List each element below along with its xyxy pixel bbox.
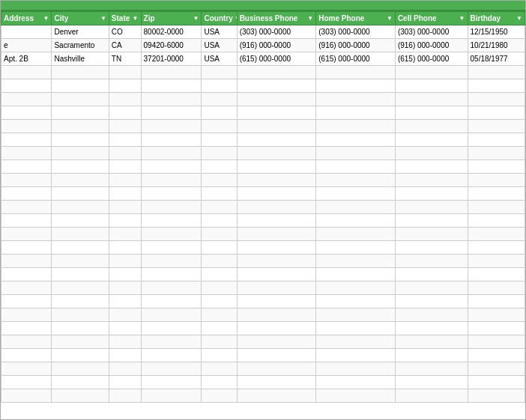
cell-address-17[interactable] [1,255,52,268]
cell-address-7[interactable] [1,120,52,133]
cell-address-26[interactable] [1,376,52,389]
cell-city-7[interactable] [52,120,109,133]
cell-country-26[interactable] [202,376,237,389]
col-header-address[interactable]: Address▼ [1,12,52,25]
cell-birthday-6[interactable] [468,106,525,120]
cell-hphone-13[interactable] [316,201,396,214]
cell-city-15[interactable] [52,228,109,241]
cell-zip-25[interactable] [141,362,202,376]
cell-bphone-19[interactable] [237,281,316,295]
cell-zip-19[interactable] [141,281,202,295]
cell-hphone-0[interactable]: (303) 000-0000 [316,25,396,39]
cell-state-18[interactable] [109,268,141,281]
cell-country-27[interactable] [202,389,237,403]
cell-country-15[interactable] [202,228,237,241]
cell-city-20[interactable] [52,295,109,308]
cell-hphone-23[interactable] [316,335,396,349]
cell-city-16[interactable] [52,241,109,255]
cell-zip-10[interactable] [141,160,202,174]
cell-address-11[interactable] [1,174,52,187]
cell-cphone-6[interactable] [395,106,468,120]
cell-address-15[interactable] [1,228,52,241]
cell-state-4[interactable] [109,79,141,93]
cell-cphone-21[interactable] [395,308,468,322]
cell-state-22[interactable] [109,322,141,335]
cell-hphone-12[interactable] [316,187,396,201]
cell-hphone-9[interactable] [316,147,396,160]
cell-state-1[interactable]: CA [109,39,141,52]
cell-cphone-16[interactable] [395,241,468,255]
col-header-hphone[interactable]: Home Phone▼ [316,12,396,25]
cell-birthday-13[interactable] [468,201,525,214]
cell-birthday-7[interactable] [468,120,525,133]
cell-bphone-17[interactable] [237,255,316,268]
cell-bphone-26[interactable] [237,376,316,389]
col-header-cphone[interactable]: Cell Phone▼ [395,12,468,25]
cell-cphone-20[interactable] [395,295,468,308]
cell-hphone-25[interactable] [316,362,396,376]
cell-birthday-23[interactable] [468,335,525,349]
cell-hphone-3[interactable] [316,66,396,79]
cell-cphone-22[interactable] [395,322,468,335]
cell-state-15[interactable] [109,228,141,241]
cell-birthday-20[interactable] [468,295,525,308]
col-header-city[interactable]: City▼ [52,12,109,25]
cell-state-16[interactable] [109,241,141,255]
col-header-state[interactable]: State▼ [109,12,141,25]
cell-city-25[interactable] [52,362,109,376]
cell-cphone-24[interactable] [395,349,468,362]
cell-cphone-2[interactable]: (615) 000-0000 [395,52,468,66]
cell-birthday-8[interactable] [468,133,525,147]
cell-zip-7[interactable] [141,120,202,133]
cell-country-8[interactable] [202,133,237,147]
cell-city-26[interactable] [52,376,109,389]
cell-cphone-23[interactable] [395,335,468,349]
cell-hphone-8[interactable] [316,133,396,147]
cell-city-6[interactable] [52,106,109,120]
cell-bphone-24[interactable] [237,349,316,362]
cell-zip-18[interactable] [141,268,202,281]
cell-bphone-16[interactable] [237,241,316,255]
cell-country-7[interactable] [202,120,237,133]
cell-country-10[interactable] [202,160,237,174]
cell-birthday-24[interactable] [468,349,525,362]
cell-zip-2[interactable]: 37201-0000 [141,52,202,66]
cell-city-14[interactable] [52,214,109,228]
cell-city-1[interactable]: Sacramento [52,39,109,52]
dropdown-arrow-city[interactable]: ▼ [100,15,106,22]
cell-hphone-22[interactable] [316,322,396,335]
cell-zip-8[interactable] [141,133,202,147]
cell-zip-14[interactable] [141,214,202,228]
cell-zip-6[interactable] [141,106,202,120]
cell-hphone-14[interactable] [316,214,396,228]
cell-birthday-5[interactable] [468,93,525,106]
cell-birthday-15[interactable] [468,228,525,241]
cell-zip-13[interactable] [141,201,202,214]
cell-bphone-15[interactable] [237,228,316,241]
cell-birthday-26[interactable] [468,376,525,389]
cell-address-5[interactable] [1,93,52,106]
col-header-birthday[interactable]: Birthday▼ [468,12,525,25]
cell-zip-12[interactable] [141,187,202,201]
cell-city-19[interactable] [52,281,109,295]
cell-state-9[interactable] [109,147,141,160]
cell-cphone-8[interactable] [395,133,468,147]
cell-birthday-4[interactable] [468,79,525,93]
cell-birthday-19[interactable] [468,281,525,295]
cell-zip-23[interactable] [141,335,202,349]
cell-birthday-11[interactable] [468,174,525,187]
cell-hphone-6[interactable] [316,106,396,120]
cell-state-14[interactable] [109,214,141,228]
cell-birthday-27[interactable] [468,389,525,403]
cell-address-3[interactable] [1,66,52,79]
cell-city-27[interactable] [52,389,109,403]
cell-country-3[interactable] [202,66,237,79]
cell-country-21[interactable] [202,308,237,322]
cell-address-23[interactable] [1,335,52,349]
cell-state-25[interactable] [109,362,141,376]
cell-city-8[interactable] [52,133,109,147]
cell-city-12[interactable] [52,187,109,201]
cell-hphone-2[interactable]: (615) 000-0000 [316,52,396,66]
cell-zip-5[interactable] [141,93,202,106]
cell-birthday-16[interactable] [468,241,525,255]
